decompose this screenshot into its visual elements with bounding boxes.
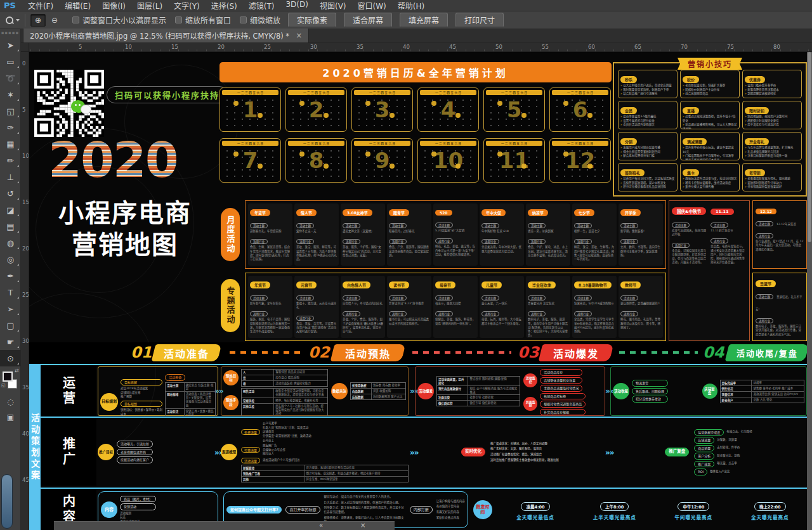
tip-line: 门槛设置略高于平均客单价，引导凑单 <box>683 154 737 158</box>
industry-text: 数码电子、美妆、服饰等，围绕节日营销开展礼盒，对活动进行传播，营造圣诞老人送礼的… <box>756 325 804 337</box>
menu-item[interactable]: 帮助(H) <box>392 0 430 11</box>
tool-button[interactable]: ➤ <box>0 37 21 53</box>
tool-button[interactable]: ➰ <box>0 70 21 86</box>
menu-item[interactable]: 文字(Y) <box>168 0 206 11</box>
close-icon[interactable]: × <box>296 31 302 40</box>
collapse-icon[interactable]: « <box>319 522 323 529</box>
tool-button[interactable]: ✑ <box>0 119 21 136</box>
tool-button[interactable]: ⊙ <box>0 350 21 366</box>
mindmap-pill: 活动商品库存 <box>540 369 582 376</box>
tip-line: 边看边买缩短决策路径，提升不低于2倍转化 <box>683 115 737 123</box>
tips-title: 营销小技巧 <box>678 58 742 70</box>
table-row: 其他异业互推、KOC种草铺垫 <box>242 477 408 482</box>
options-button[interactable]: 适合屏幕 <box>344 13 392 27</box>
tool-button[interactable]: ▦ <box>0 136 21 152</box>
tip-line: 适合高频刚需商品 <box>683 92 737 96</box>
tool-button[interactable]: ▭ <box>0 53 21 70</box>
industry-text: 各行业通用，双11错过 11 月，在 12 月为年末最后一波大促活动，可借此清理… <box>756 240 804 252</box>
tip-label: 老带新 <box>745 169 765 176</box>
close-icon[interactable]: × <box>360 522 365 529</box>
table-row: 常规手段晒单、每日签到抽奖、收藏有礼等 <box>242 398 327 404</box>
screen-mode-button[interactable]: ▣ <box>0 410 21 425</box>
dec12-card: 12.12 活动主题 12.12年末狂欢 适用行业 各行业通用，双11错过 11… <box>752 200 807 269</box>
phase-number: 04 <box>703 344 724 361</box>
dock-panel-edge <box>1 474 13 529</box>
menu-item[interactable]: 滤镜(T) <box>243 0 280 11</box>
tool-button[interactable]: ◎ <box>0 251 21 268</box>
tool-icon: ▦ <box>6 139 14 149</box>
checkbox[interactable] <box>175 16 182 23</box>
polish-pill: 内部打磨 <box>410 506 433 514</box>
checkbox[interactable] <box>72 16 79 23</box>
foreground-color[interactable] <box>3 372 13 382</box>
tip-label: 分销 <box>620 138 637 145</box>
grid-line <box>29 417 807 418</box>
options-button[interactable]: 填充屏幕 <box>400 13 448 27</box>
tool-button[interactable]: ⊥ <box>0 169 21 185</box>
ruler-vertical[interactable]: 051015202530354045 <box>21 52 29 530</box>
industry-label: 适用行业 <box>481 239 499 244</box>
tool-button[interactable]: ▤ <box>0 218 21 235</box>
tool-button[interactable]: ◪ <box>0 202 21 218</box>
tool-button[interactable]: ✏ <box>0 152 21 169</box>
calendar-month-card: 一 二 三 四 五 六 日 11 <box>483 138 545 183</box>
tool-button[interactable]: ◍ <box>0 235 21 251</box>
swap-colors-icon[interactable]: ⇄ <box>15 368 19 373</box>
menu-item[interactable]: 图像(I) <box>96 0 131 11</box>
zoom-in-button[interactable]: ⊕ <box>30 14 46 27</box>
menu-item[interactable]: 选择(S) <box>206 0 243 11</box>
vertical-scrollbar[interactable] <box>807 52 812 530</box>
activity-title: 开学季 <box>620 209 641 216</box>
tool-button[interactable]: T <box>0 284 21 301</box>
theme-label: 活动主题 <box>250 295 268 301</box>
menu-item[interactable]: 编辑(E) <box>59 0 96 11</box>
poster-title-line2: 营销地图 <box>39 224 211 261</box>
branch-line: 公司员工 <box>263 439 311 443</box>
poster-year: 2020 <box>48 132 213 188</box>
ruler-corner <box>21 43 29 52</box>
table-row: 预热推广节奏倒计时海报、悬念剧透、利益点逐步释放，唤起老客户期待 <box>242 471 408 477</box>
scrollbar-thumb[interactable] <box>808 52 811 242</box>
industry-label: 适用行业 <box>672 243 690 248</box>
theme-label: 活动主题 <box>481 295 499 301</box>
mindmap-pill: 商品（图片、素材） <box>120 496 156 503</box>
tool-button[interactable]: ☛ <box>0 333 21 350</box>
tip-line: 分享链路越短裂变效果越好 <box>745 185 799 190</box>
options-button[interactable]: 打印尺寸 <box>455 13 504 27</box>
quick-mask-button[interactable]: ◌ <box>0 394 21 410</box>
mindmap-pill: 积分或优惠券发放 <box>632 396 668 403</box>
chevron-down-icon[interactable] <box>16 19 20 22</box>
tool-button[interactable]: ↺ <box>0 185 21 202</box>
dash-arrows <box>619 351 698 354</box>
zoom-out-button[interactable]: ⊖ <box>47 14 62 27</box>
tool-button[interactable]: ✒ <box>0 268 21 284</box>
document-tab[interactable]: 2020小程序电商营销地图.jpg @ 12.5% (扫码可以获得小程序扶持, … <box>23 29 309 42</box>
time-pill: 凌晨4:00 <box>521 502 549 511</box>
calendar-month-number: 8 <box>286 139 346 182</box>
document-canvas[interactable]: 扫码可以获得小程序扶持 2020 小程序电商 营销地图 2020营销日历&全年营… <box>29 52 807 530</box>
tool-button[interactable]: ✶ <box>0 86 21 103</box>
menu-item[interactable]: 文件(F) <box>22 0 59 11</box>
industry-text: 全品类，可围绕国庆出游与中秋团圆场景，打造系列活动，也可与西游等热点结合活动，开… <box>672 249 708 265</box>
default-colors-icon[interactable]: ◱ <box>1 383 6 388</box>
industry-label: 适用行业 <box>343 239 360 244</box>
panel-grip[interactable]: ▪▪▪▪▪ <box>0 29 20 37</box>
review-item: 商品销量支付转化、件单价 <box>694 445 752 452</box>
menu-item[interactable]: 窗口(W) <box>352 0 392 11</box>
tool-button[interactable]: ▢ <box>0 317 21 333</box>
tool-button[interactable]: ◱ <box>0 103 21 119</box>
menu-item[interactable]: 3D(D) <box>280 0 313 11</box>
checkbox[interactable] <box>240 16 247 23</box>
menu-item[interactable]: 图层(L) <box>131 0 168 11</box>
branch-line: 网红达人 <box>263 452 285 456</box>
ops-warmup-cell: 预热目标 人客服排班 商品卖点培训货库存盘点 赠品采购场活动页面装修 承接转化能… <box>221 366 409 416</box>
tip-line: 与互补品牌互换流量资源，扩大曝光 <box>745 146 799 150</box>
industry-text: 食品、生鲜、家居百货等，结合年货用户消费需求，推出年货爆款：团年饭/囤货/送礼等… <box>250 245 291 261</box>
tip-label: 直播 <box>683 107 699 114</box>
review-item: 店铺流量访客数、浏览量 <box>694 437 752 444</box>
menu-item[interactable]: 视图(V) <box>314 0 352 11</box>
options-button[interactable]: 实际像素 <box>288 13 336 27</box>
tool-button[interactable]: ➢ <box>0 301 21 317</box>
calendar-month-number: 1 <box>220 88 280 131</box>
ruler-horizontal[interactable]: 5101520253035404550556065707580 <box>21 43 812 52</box>
